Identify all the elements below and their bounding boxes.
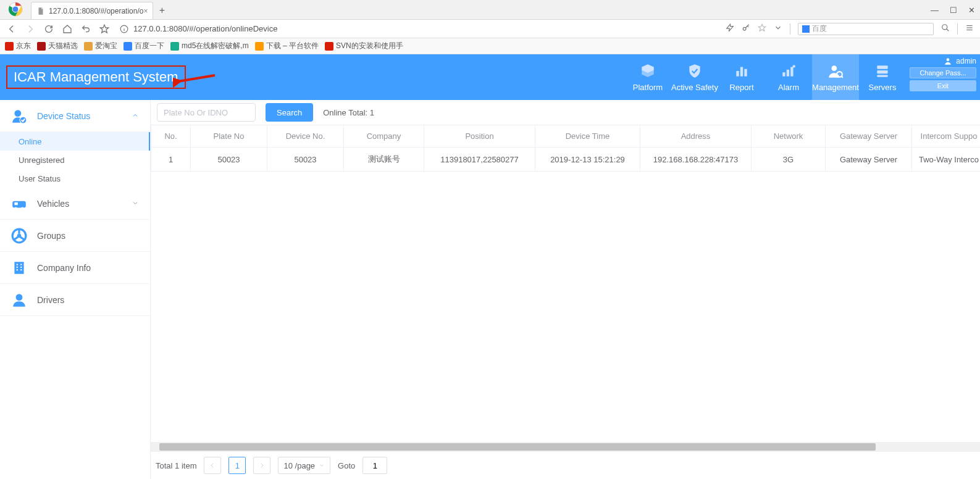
svg-rect-46	[17, 269, 18, 270]
svg-line-39	[14, 237, 17, 240]
sidebar: Device Status Online Unregistered User S…	[0, 100, 151, 479]
menu-device-status[interactable]: Device Status	[0, 100, 150, 132]
menu-drivers[interactable]: Drivers	[0, 284, 150, 316]
home-button[interactable]	[62, 24, 73, 34]
close-window-button[interactable]: ✕	[968, 6, 975, 15]
table-row[interactable]: 1 50023 50023 测试账号 113918017,22580277 20…	[151, 148, 981, 172]
chevron-up-icon	[132, 111, 139, 121]
address-bar[interactable]: 127.0.0.1:8080/#/operation/onlineDevice …	[120, 23, 974, 35]
search-engine-label: 百度	[812, 23, 827, 34]
col-position: Position	[424, 125, 535, 148]
menu-company-info[interactable]: Company Info	[0, 252, 150, 284]
svg-point-22	[793, 65, 795, 67]
svg-point-29	[947, 58, 950, 61]
new-tab-button[interactable]: +	[153, 2, 170, 19]
bookmark-item[interactable]: 下载 – 平台软件	[255, 41, 319, 51]
submenu-unregistered[interactable]: Unregistered	[0, 151, 150, 169]
svg-point-10	[942, 25, 947, 30]
nav-servers[interactable]: Servers	[859, 54, 906, 100]
svg-rect-28	[877, 75, 887, 77]
svg-rect-32	[12, 201, 26, 207]
svg-rect-44	[17, 266, 18, 267]
submenu-user-status[interactable]: User Status	[0, 169, 150, 188]
col-no: No.	[151, 125, 191, 148]
nav-management[interactable]: Management	[812, 54, 859, 100]
col-gateway: Gateway Server	[826, 125, 912, 148]
undo-nav-button[interactable]	[80, 24, 91, 34]
app-header: ICAR Management System Platform Active S…	[0, 54, 980, 100]
next-page-button[interactable]	[253, 457, 270, 474]
key-icon[interactable]	[742, 23, 750, 34]
search-engine-box[interactable]: 百度	[798, 23, 934, 35]
building-icon	[11, 260, 27, 276]
bookmark-item[interactable]: 百度一下	[124, 41, 164, 51]
pagination: Total 1 item 1 10 /page Goto	[151, 452, 980, 479]
favorite-button[interactable]	[99, 24, 110, 34]
forward-button[interactable]	[25, 24, 36, 34]
svg-marker-9	[758, 24, 766, 31]
change-password-button[interactable]: Change Pass...	[910, 67, 976, 78]
bookmark-item[interactable]: 京东	[5, 41, 31, 51]
nav-alarm[interactable]: Alarm	[765, 54, 812, 100]
bookmark-item[interactable]: md5在线解密破解,m	[170, 41, 249, 51]
goto-label: Goto	[338, 461, 355, 470]
goto-input[interactable]	[362, 457, 387, 474]
svg-rect-18	[744, 69, 747, 76]
page-icon	[36, 7, 45, 15]
menu-vehicles[interactable]: Vehicles	[0, 188, 150, 220]
baidu-icon	[802, 25, 810, 33]
submenu-online[interactable]: Online	[0, 132, 150, 151]
flash-icon[interactable]	[726, 23, 734, 34]
back-button[interactable]	[6, 24, 17, 34]
svg-rect-45	[20, 266, 22, 267]
search-button[interactable]: Search	[266, 103, 313, 122]
dropdown-icon[interactable]	[774, 23, 782, 34]
menu-icon[interactable]	[965, 23, 974, 34]
menu-groups[interactable]: Groups	[0, 220, 150, 252]
svg-line-11	[947, 29, 949, 31]
address-bar-row: 127.0.0.1:8080/#/operation/onlineDevice …	[0, 20, 980, 38]
svg-marker-3	[100, 25, 108, 33]
app-title: ICAR Management System	[14, 69, 178, 85]
search-input[interactable]	[157, 103, 256, 122]
omnibox-search-icon[interactable]	[941, 23, 950, 34]
device-table: No. Plate No Device No. Company Position…	[151, 125, 980, 172]
exit-button[interactable]: Exit	[910, 80, 976, 91]
nav-platform[interactable]: Platform	[624, 54, 671, 100]
col-intercom: Intercom Suppo	[912, 125, 981, 148]
page-number-button[interactable]: 1	[228, 457, 246, 474]
svg-rect-47	[20, 269, 22, 270]
nav-active-safety[interactable]: Active Safety	[671, 54, 718, 100]
maximize-button[interactable]: ☐	[950, 6, 957, 15]
horizontal-scrollbar[interactable]	[151, 442, 980, 452]
reload-button[interactable]	[43, 24, 54, 34]
svg-point-30	[14, 110, 21, 117]
bookmark-item[interactable]: 天猫精选	[37, 41, 78, 51]
prev-page-button[interactable]	[204, 457, 221, 474]
bookmark-item[interactable]: 爱淘宝	[84, 41, 117, 51]
col-address: Address	[640, 125, 752, 148]
scrollbar-thumb[interactable]	[159, 443, 876, 451]
main-content: Search Online Total: 1 No. Plate No Devi…	[151, 100, 980, 479]
table-wrap: No. Plate No Device No. Company Position…	[151, 125, 980, 442]
close-tab-icon[interactable]: ×	[143, 7, 148, 15]
page-size-select[interactable]: 10 /page	[278, 457, 330, 474]
url-text: 127.0.0.1:8080/#/operation/onlineDevice	[133, 24, 277, 33]
svg-rect-21	[790, 67, 793, 76]
browser-tab-strip: 127.0.0.1:8080/#/operation/o × + — ☐ ✕	[0, 0, 980, 20]
svg-point-34	[21, 207, 23, 209]
user-icon	[944, 57, 952, 65]
bookmark-item[interactable]: SVN的安装和使用手	[325, 41, 403, 51]
total-label: Total 1 item	[156, 461, 196, 470]
svg-point-23	[832, 65, 837, 71]
svg-line-25	[842, 76, 843, 77]
svg-rect-16	[736, 71, 739, 77]
bookmark-star-icon[interactable]	[758, 23, 766, 34]
col-network: Network	[752, 125, 826, 148]
nav-report[interactable]: Report	[718, 54, 765, 100]
col-time: Device Time	[535, 125, 640, 148]
minimize-button[interactable]: —	[931, 6, 939, 15]
svg-rect-43	[20, 264, 22, 265]
svg-point-33	[14, 207, 17, 209]
browser-tab[interactable]: 127.0.0.1:8080/#/operation/o ×	[31, 2, 153, 19]
